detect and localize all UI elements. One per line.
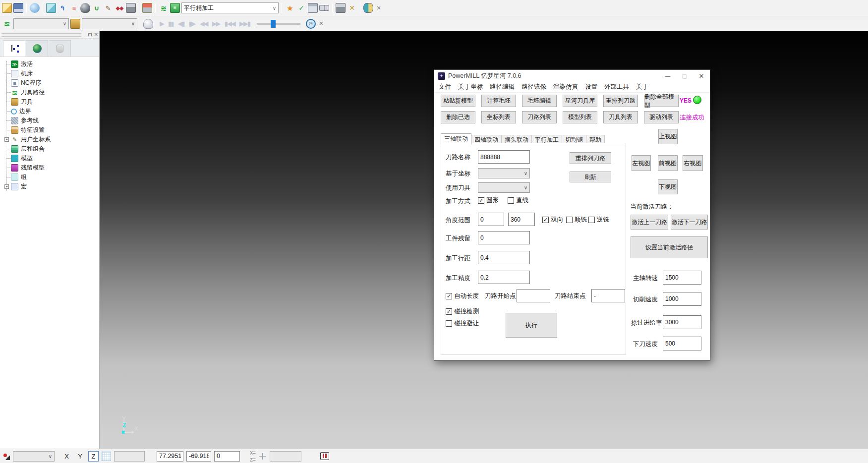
minimize-icon[interactable] <box>659 70 676 82</box>
tree-item-stock-models[interactable]: 残留模型 <box>3 163 99 173</box>
holder-pair-icon[interactable] <box>336 3 346 13</box>
toolpath-name-input[interactable] <box>478 150 530 164</box>
step-forward-button[interactable]: ▮▶ <box>187 20 196 27</box>
slider-handle[interactable] <box>271 20 276 28</box>
angle-from-input[interactable] <box>478 213 504 226</box>
sim-toolbar-close-icon[interactable]: ✕ <box>317 20 325 28</box>
tab-web[interactable] <box>26 40 48 57</box>
strategy-combo[interactable]: 平行精加工 ∨ <box>181 2 279 13</box>
maximize-icon[interactable] <box>676 70 693 82</box>
ball-tool-icon[interactable] <box>80 3 90 13</box>
refresh-button[interactable]: 刷新 <box>570 172 611 182</box>
ruler-icon[interactable] <box>319 5 329 11</box>
clock-icon[interactable]: ◷ <box>306 19 316 29</box>
end-point-input[interactable] <box>591 289 625 302</box>
mode-circle-checkbox[interactable]: 圆形 <box>478 196 499 205</box>
toolbar-close-icon[interactable]: ✕ <box>375 4 383 12</box>
rearrange-toolpaths-button[interactable]: 重排列刀路 <box>603 95 638 107</box>
pattern-points-icon[interactable]: ◆◆ <box>115 3 124 13</box>
move-arrows-icon[interactable]: ✕ <box>347 3 357 13</box>
menu-path-mirror[interactable]: 路径镜像 <box>521 83 546 91</box>
tool-holder-icon[interactable] <box>126 3 136 13</box>
view-right-button[interactable]: 右视图 <box>683 155 703 171</box>
tree-item-boundaries[interactable]: 边界 <box>3 107 99 116</box>
tab-3axis[interactable]: 三轴联动 <box>441 133 471 145</box>
menu-external-tools[interactable]: 外部工具 <box>604 83 629 91</box>
save-icon[interactable] <box>13 3 23 13</box>
active-toolpath-icon[interactable]: ≋ <box>159 3 169 13</box>
spindle-speed-input[interactable] <box>663 271 701 285</box>
view-bottom-button[interactable]: 下视图 <box>658 179 678 194</box>
paste-model-button[interactable]: 粘贴新模型 <box>441 95 475 107</box>
coord-list-button[interactable]: 坐标列表 <box>481 111 516 123</box>
skim-feed-input[interactable] <box>663 315 701 329</box>
menu-about[interactable]: 关于 <box>636 83 648 91</box>
search-back-button[interactable]: ◀◀ <box>198 20 209 27</box>
calc-pause-icon[interactable] <box>320 452 329 460</box>
tree-item-models[interactable]: 模型 <box>3 154 99 163</box>
tree-item-patterns[interactable]: 参考线 <box>3 116 99 125</box>
coord-x-field[interactable] <box>157 451 183 462</box>
panel-grip[interactable] <box>0 31 99 39</box>
menu-settings[interactable]: 设置 <box>585 83 597 91</box>
close-icon[interactable] <box>693 70 710 82</box>
tool-insert-icon[interactable] <box>142 3 152 13</box>
tree-item-feature-sets[interactable]: 特征设置 <box>3 125 99 135</box>
rearrange-button[interactable]: 重排列刀路 <box>570 152 611 164</box>
tool-list-button[interactable]: 刀具列表 <box>603 111 638 123</box>
tolerance-input[interactable] <box>478 271 530 284</box>
tab-explorer-tree[interactable] <box>3 40 25 57</box>
activate-next-button[interactable]: 激活下一刀路 <box>671 215 708 230</box>
angle-to-input[interactable] <box>508 213 535 226</box>
coord-z-field[interactable] <box>214 451 240 462</box>
grid-snap-icon[interactable] <box>102 452 111 461</box>
search-forward-button[interactable]: ▶▶ <box>211 20 222 27</box>
tool-library-button[interactable]: 星河刀具库 <box>563 95 597 107</box>
bidirectional-checkbox[interactable]: 双向 <box>542 216 563 224</box>
plunge-feed-input[interactable] <box>663 337 701 350</box>
expand-icon[interactable] <box>4 137 9 142</box>
tree-item-macros[interactable]: 宏 <box>3 182 99 191</box>
execute-button[interactable]: 执行 <box>506 313 557 338</box>
drive-list-button[interactable]: 驱动列表 <box>644 111 679 123</box>
delete-all-models-button[interactable]: 删除全部模型 <box>644 95 679 107</box>
block-edit-button[interactable]: 毛坯编辑 <box>522 95 557 107</box>
dialog-titlebar[interactable]: PowerMILL 忆梦星河 7.0.6 <box>434 70 710 82</box>
view-left-button[interactable]: 左视图 <box>632 155 651 171</box>
tab-recycle[interactable] <box>49 40 71 57</box>
climb-mill-checkbox[interactable]: 顺铣 <box>566 216 587 224</box>
tool-profile-icon[interactable]: ∪ <box>92 3 102 13</box>
expand-icon[interactable] <box>4 184 9 189</box>
tree-item-workplanes[interactable]: 用户坐标系 <box>3 135 99 144</box>
calc-block-button[interactable]: 计算毛坯 <box>481 95 516 107</box>
tree-item-levels[interactable]: 层和组合 <box>3 144 99 154</box>
coord-y-field[interactable] <box>186 451 211 462</box>
rapid-path-icon[interactable]: ↰ <box>58 3 67 13</box>
mode-line-checkbox[interactable]: 直线 <box>508 196 528 205</box>
menu-file[interactable]: 文件 <box>439 83 451 91</box>
tree-item-machine[interactable]: 机床 <box>3 69 99 78</box>
tree-item-toolpaths[interactable]: 刀具路径 <box>3 88 99 97</box>
tree-item-tools[interactable]: 刀具 <box>3 97 99 107</box>
panel-close-icon[interactable] <box>94 32 98 37</box>
curve-pen-icon[interactable]: ✎ <box>103 3 113 13</box>
verify-tool-icon[interactable]: ✓ <box>296 3 306 13</box>
compare-cylinders-icon[interactable] <box>363 3 373 13</box>
star-tool-icon[interactable]: ★ <box>285 3 295 13</box>
collision-avoid-checkbox[interactable]: 碰撞避让 <box>446 319 479 328</box>
tree-item-activate[interactable]: 激活 <box>3 59 99 69</box>
go-end-button[interactable]: ▶▶▮ <box>238 20 251 27</box>
based-coord-select[interactable] <box>478 168 530 178</box>
conventional-mill-checkbox[interactable]: 逆铣 <box>588 216 609 224</box>
step-back-button[interactable]: ◀▮ <box>176 20 185 27</box>
calculator-icon[interactable] <box>308 3 318 13</box>
set-current-path-button[interactable]: 设置当前激活路径 <box>631 236 708 258</box>
stock-remain-input[interactable] <box>478 231 530 244</box>
axis-y-button[interactable]: Y <box>75 451 85 462</box>
axis-z-button[interactable]: Z <box>88 451 99 462</box>
tree-item-nc-programs[interactable]: NC程序 <box>3 78 99 88</box>
pause-button[interactable]: ▮▮ <box>167 20 174 27</box>
start-point-input[interactable] <box>517 289 550 302</box>
statusbar-combo[interactable] <box>13 451 55 462</box>
use-tool-select[interactable] <box>478 182 530 193</box>
